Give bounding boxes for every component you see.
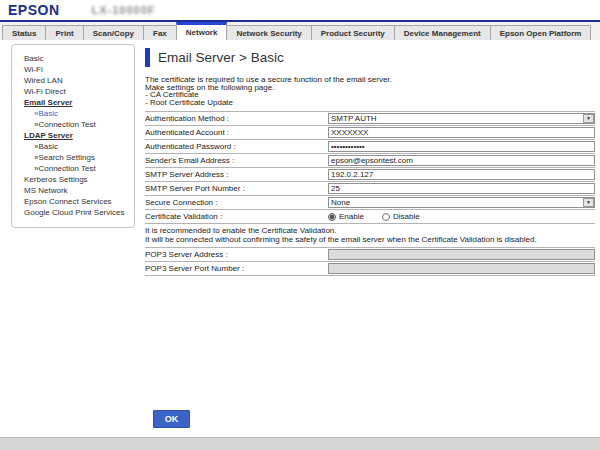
authentication-method-label: Authentication Method : bbox=[145, 114, 328, 123]
authenticated-password-label: Authenticated Password : bbox=[145, 142, 328, 151]
authentication-method-value: SMTP AUTH bbox=[329, 114, 583, 123]
sidebar-item-epson-connect-services[interactable]: Epson Connect Services bbox=[24, 196, 132, 207]
page-description: The certificate is required to use a sec… bbox=[145, 76, 595, 106]
certificate-validation-enable-option[interactable]: Enable bbox=[328, 212, 364, 221]
secure-connection-value: None bbox=[329, 198, 583, 207]
smtp-server-port-input[interactable] bbox=[328, 183, 595, 194]
pop3-server-port-input bbox=[328, 263, 595, 274]
sidebar-section-ldap-server[interactable]: LDAP Server bbox=[24, 130, 132, 141]
certificate-validation-enable-label: Enable bbox=[339, 212, 364, 221]
epson-web-config-page: EPSON LX-10000F Status Print Scan/Copy F… bbox=[0, 0, 600, 450]
header: EPSON LX-10000F bbox=[0, 0, 600, 20]
description-line: Make settings on the following page. bbox=[145, 84, 595, 92]
pop3-section: POP3 Server Address : POP3 Server Port N… bbox=[145, 247, 595, 276]
tab-scan-copy[interactable]: Scan/Copy bbox=[83, 25, 144, 40]
note-line: It will be connected without confirming … bbox=[145, 236, 595, 245]
printer-model-blurred: LX-10000F bbox=[92, 4, 156, 16]
authenticated-account-label: Authenticated Account : bbox=[145, 128, 328, 137]
authenticated-password-input[interactable] bbox=[328, 141, 595, 152]
sidebar-item-ldap-search-settings[interactable]: »Search Settings bbox=[24, 152, 132, 163]
footer-bar bbox=[0, 437, 600, 450]
certificate-validation-radio-group: Enable Disable bbox=[328, 212, 420, 221]
sidebar-item-ldap-connection-test[interactable]: »Connection Test bbox=[24, 163, 132, 174]
chevron-down-icon[interactable]: ▼ bbox=[583, 114, 594, 123]
tab-bar: Status Print Scan/Copy Fax Network Netwo… bbox=[0, 22, 600, 40]
certificate-validation-label: Certificate Validation : bbox=[145, 212, 328, 221]
chevron-down-icon[interactable]: ▼ bbox=[583, 198, 594, 207]
form-row-authenticated-password: Authenticated Password : bbox=[145, 140, 595, 154]
page-title-row: Email Server > Basic bbox=[145, 48, 595, 67]
form-row-pop3-address: POP3 Server Address : bbox=[145, 248, 595, 262]
tab-network-security[interactable]: Network Security bbox=[226, 25, 311, 40]
secure-connection-label: Secure Connection : bbox=[145, 198, 328, 207]
form-row-sender-email: Sender's Email Address : bbox=[145, 154, 595, 168]
certificate-validation-disable-label: Disable bbox=[393, 212, 420, 221]
authentication-method-select[interactable]: SMTP AUTH ▼ bbox=[328, 113, 595, 124]
certificate-validation-disable-option[interactable]: Disable bbox=[382, 212, 420, 221]
secure-connection-select[interactable]: None ▼ bbox=[328, 197, 595, 208]
smtp-server-port-label: SMTP Server Port Number : bbox=[145, 184, 328, 193]
tab-device-management[interactable]: Device Management bbox=[394, 25, 491, 40]
sidebar-nav: Basic Wi-Fi Wired LAN Wi-Fi Direct Email… bbox=[11, 44, 135, 228]
form-row-smtp-port: SMTP Server Port Number : bbox=[145, 182, 595, 196]
certificate-validation-enable-radio[interactable] bbox=[328, 213, 336, 221]
sidebar-item-wifi[interactable]: Wi-Fi bbox=[24, 64, 132, 75]
sidebar-item-kerberos-settings[interactable]: Kerberos Settings bbox=[24, 174, 132, 185]
email-server-form: Authentication Method : SMTP AUTH ▼ Auth… bbox=[145, 111, 595, 224]
page-title: Email Server > Basic bbox=[158, 50, 284, 65]
epson-logo: EPSON bbox=[8, 2, 60, 18]
main-panel: Email Server > Basic The certificate is … bbox=[145, 40, 595, 276]
pop3-server-address-input bbox=[328, 249, 595, 260]
sidebar-item-wired-lan[interactable]: Wired LAN bbox=[24, 75, 132, 86]
tab-fax[interactable]: Fax bbox=[143, 25, 177, 40]
form-row-certificate-validation: Certificate Validation : Enable Disable bbox=[145, 210, 595, 224]
authenticated-account-input[interactable] bbox=[328, 127, 595, 138]
sender-email-input[interactable] bbox=[328, 155, 595, 166]
title-accent-bar bbox=[145, 48, 150, 67]
certificate-validation-note: It is recommended to enable the Certific… bbox=[145, 224, 595, 247]
content-area: Basic Wi-Fi Wired LAN Wi-Fi Direct Email… bbox=[0, 40, 600, 276]
tab-status[interactable]: Status bbox=[2, 25, 46, 40]
form-row-authentication-method: Authentication Method : SMTP AUTH ▼ bbox=[145, 112, 595, 126]
sidebar-item-ldap-basic[interactable]: »Basic bbox=[24, 141, 132, 152]
tab-network[interactable]: Network bbox=[176, 22, 228, 40]
smtp-server-address-input[interactable] bbox=[328, 169, 595, 180]
tab-product-security[interactable]: Product Security bbox=[311, 25, 395, 40]
certificate-validation-disable-radio[interactable] bbox=[382, 213, 390, 221]
tab-print[interactable]: Print bbox=[45, 25, 83, 40]
form-row-authenticated-account: Authenticated Account : bbox=[145, 126, 595, 140]
form-row-secure-connection: Secure Connection : None ▼ bbox=[145, 196, 595, 210]
pop3-server-port-label: POP3 Server Port Number : bbox=[145, 264, 328, 273]
pop3-server-address-label: POP3 Server Address : bbox=[145, 250, 328, 259]
sidebar-item-email-server-connection-test[interactable]: »Connection Test bbox=[24, 119, 132, 130]
sidebar-item-wifi-direct[interactable]: Wi-Fi Direct bbox=[24, 86, 132, 97]
sidebar-section-email-server[interactable]: Email Server bbox=[24, 97, 132, 108]
ok-button[interactable]: OK bbox=[153, 410, 190, 428]
tab-epson-open-platform[interactable]: Epson Open Platform bbox=[490, 25, 592, 40]
sidebar-item-google-cloud-print-services[interactable]: Google Cloud Print Services bbox=[24, 207, 132, 218]
sidebar-item-ms-network[interactable]: MS Network bbox=[24, 185, 132, 196]
sidebar-item-email-server-basic[interactable]: »Basic bbox=[24, 108, 132, 119]
sender-email-label: Sender's Email Address : bbox=[145, 156, 328, 165]
form-row-smtp-address: SMTP Server Address : bbox=[145, 168, 595, 182]
description-line: - Root Certificate Update bbox=[145, 99, 595, 107]
sidebar-item-basic[interactable]: Basic bbox=[24, 53, 132, 64]
form-row-pop3-port: POP3 Server Port Number : bbox=[145, 262, 595, 276]
smtp-server-address-label: SMTP Server Address : bbox=[145, 170, 328, 179]
